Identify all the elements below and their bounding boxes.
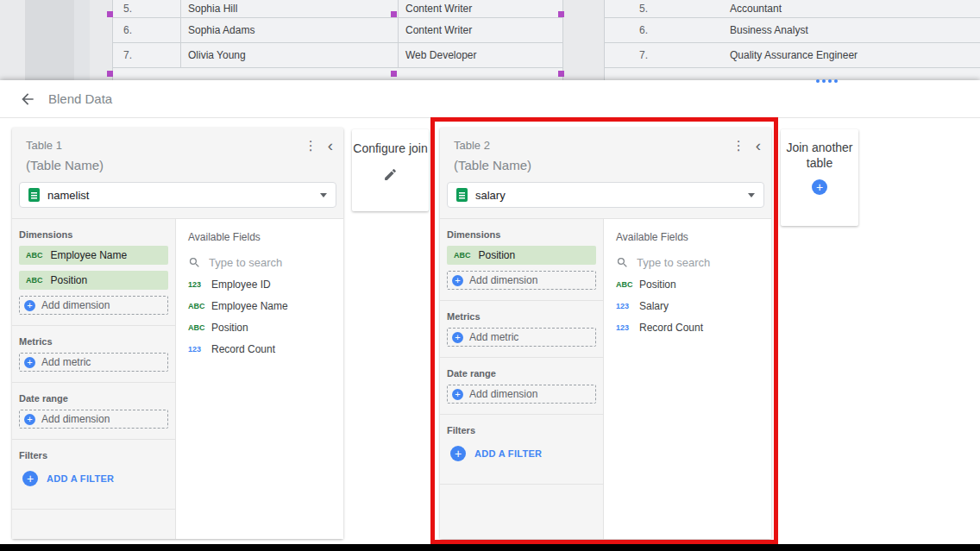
- field-label: Employee Name: [211, 300, 288, 312]
- selection-handle[interactable]: [391, 11, 397, 17]
- employee-name-cell: Sophia Adams: [181, 18, 399, 42]
- search-input[interactable]: [209, 256, 312, 269]
- table-row: 6. Business Analyst: [605, 18, 980, 43]
- collapse-icon[interactable]: ‹: [756, 137, 761, 153]
- position-cell: Accountant: [717, 0, 980, 17]
- search-input[interactable]: [637, 256, 740, 269]
- table2-available-fields: Available Fields ABC Position 123 Salary…: [604, 219, 771, 539]
- bottom-black-bar: [0, 544, 980, 551]
- add-metric-button[interactable]: + Add metric: [447, 328, 596, 347]
- field-type-badge: ABC: [188, 323, 211, 332]
- selection-handle[interactable]: [391, 71, 397, 77]
- canvas-gutter: [25, 0, 74, 80]
- selection-handle[interactable]: [558, 71, 564, 77]
- metrics-label: Metrics: [19, 336, 168, 347]
- selection-handle[interactable]: [107, 11, 113, 17]
- add-filter-button[interactable]: + ADD A FILTER: [447, 446, 596, 473]
- field-type-badge: ABC: [26, 251, 43, 260]
- available-field[interactable]: 123 Employee ID: [188, 279, 336, 291]
- blend-data-panel: Blend Data Table 1 (Table Name) ⋮ ‹ name…: [0, 80, 980, 544]
- field-type-badge: ABC: [454, 251, 471, 260]
- field-label: Position: [211, 322, 248, 334]
- table-row: 6. Sophia Adams Content Writer: [113, 18, 562, 43]
- join-another-table-label: Join another table: [781, 140, 858, 171]
- table1-available-fields: Available Fields 123 Employee ID ABC Emp…: [176, 219, 343, 539]
- position-cell: Content Writer: [399, 18, 562, 42]
- field-label: Salary: [639, 300, 669, 312]
- available-field[interactable]: 123 Salary: [616, 300, 764, 312]
- plus-icon: +: [452, 332, 463, 343]
- plus-icon: +: [24, 414, 35, 425]
- plus-icon: +: [452, 389, 463, 400]
- add-metric-label: Add metric: [41, 356, 91, 368]
- canvas-gutter-2: [74, 0, 90, 80]
- row-number: 5.: [113, 0, 181, 17]
- field-label: Position: [639, 279, 676, 291]
- data-source-select[interactable]: salary: [447, 182, 764, 208]
- position-cell: Business Analyst: [717, 18, 980, 42]
- add-date-dimension-button[interactable]: + Add dimension: [19, 410, 168, 429]
- add-table-button[interactable]: +: [812, 179, 827, 195]
- dimension-chip[interactable]: ABC Position: [19, 271, 168, 290]
- table1-header: Table 1 (Table Name) ⋮ ‹: [12, 128, 343, 172]
- pencil-icon: [383, 167, 398, 182]
- field-label: Position: [479, 249, 516, 261]
- date-range-section: Date range + Add dimension: [12, 383, 175, 440]
- available-field[interactable]: ABC Employee Name: [188, 300, 336, 312]
- field-type-badge: 123: [616, 323, 639, 332]
- employee-name-cell: Sophia Hill: [181, 0, 399, 17]
- add-metric-button[interactable]: + Add metric: [19, 353, 168, 372]
- table1-field-config: Dimensions ABC Employee Name ABC Positio…: [12, 219, 176, 539]
- configure-join-card: Configure join: [352, 129, 429, 211]
- row-number: 7.: [113, 43, 181, 67]
- add-dimension-label: Add dimension: [41, 299, 110, 311]
- table-name-subtitle: (Table Name): [26, 158, 330, 172]
- plus-icon: +: [22, 471, 38, 486]
- filters-label: Filters: [19, 450, 168, 460]
- more-options-icon[interactable]: ⋮: [305, 138, 317, 153]
- table2-card: Table 2 (Table Name) ⋮ ‹ salary Dimensio…: [440, 128, 771, 539]
- background-table-right: 5. Accountant 6. Business Analyst 7. Qua…: [604, 0, 980, 80]
- collapse-icon[interactable]: ‹: [328, 137, 333, 153]
- dimension-chip[interactable]: ABC Position: [447, 246, 596, 265]
- configure-join-label: Configure join: [352, 141, 429, 156]
- table-row: 5. Accountant: [605, 0, 980, 18]
- row-number: 6.: [605, 18, 717, 42]
- available-field[interactable]: 123 Record Count: [188, 343, 336, 355]
- panel-drag-handle-dots[interactable]: [816, 79, 838, 83]
- table2-header: Table 2 (Table Name) ⋮ ‹: [440, 128, 771, 172]
- field-type-badge: 123: [616, 302, 639, 310]
- sheets-icon: [456, 188, 468, 202]
- dimensions-section: Dimensions ABC Employee Name ABC Positio…: [12, 219, 175, 326]
- add-filter-label: ADD A FILTER: [47, 473, 114, 484]
- add-dimension-button[interactable]: + Add dimension: [447, 271, 596, 290]
- edit-join-button[interactable]: [383, 167, 398, 185]
- add-dimension-button[interactable]: + Add dimension: [19, 296, 168, 315]
- dimensions-label: Dimensions: [19, 229, 168, 240]
- available-field[interactable]: 123 Record Count: [616, 322, 764, 334]
- table-title: Table 1: [26, 139, 330, 152]
- add-filter-label: ADD A FILTER: [474, 448, 542, 459]
- search-icon: [616, 256, 629, 269]
- date-range-section: Date range + Add dimension: [440, 358, 603, 415]
- metrics-section: Metrics + Add metric: [440, 301, 603, 358]
- row-number: 5.: [605, 0, 717, 17]
- field-type-badge: ABC: [26, 276, 43, 285]
- filters-section: Filters + ADD A FILTER: [440, 415, 603, 485]
- available-field[interactable]: ABC Position: [188, 322, 336, 334]
- add-date-dimension-button[interactable]: + Add dimension: [447, 385, 596, 404]
- date-range-label: Date range: [19, 393, 168, 404]
- more-options-icon[interactable]: ⋮: [732, 138, 745, 153]
- back-button[interactable]: [16, 87, 40, 111]
- employee-name-cell: Olivia Young: [181, 43, 399, 67]
- dimension-chip[interactable]: ABC Employee Name: [19, 246, 168, 265]
- filters-label: Filters: [447, 425, 596, 435]
- available-field[interactable]: ABC Position: [616, 279, 764, 291]
- field-label: Employee ID: [211, 279, 271, 291]
- selection-handle[interactable]: [107, 71, 113, 77]
- add-filter-button[interactable]: + ADD A FILTER: [19, 471, 168, 498]
- plus-icon: +: [24, 300, 35, 311]
- table-row: 7. Olivia Young Web Developer: [113, 43, 562, 68]
- data-source-select[interactable]: namelist: [19, 182, 336, 208]
- selection-handle[interactable]: [558, 11, 564, 17]
